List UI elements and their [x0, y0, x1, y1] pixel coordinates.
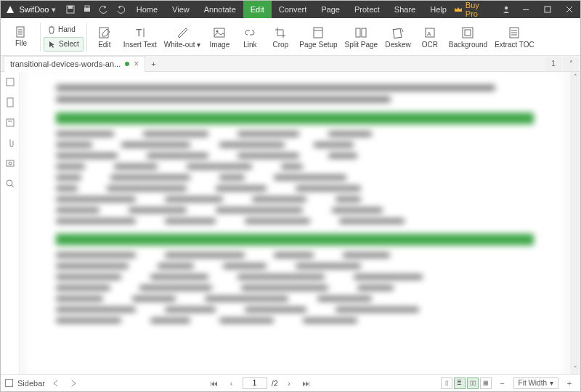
- new-tab-button[interactable]: +: [145, 60, 161, 68]
- ocr-icon: A: [423, 25, 436, 41]
- split-page-button[interactable]: Split Page: [342, 18, 381, 56]
- vertical-scrollbar[interactable]: ˄ ˅: [570, 72, 580, 374]
- tab-close-icon[interactable]: ×: [134, 59, 139, 69]
- chevron-up-icon: ˄: [569, 60, 573, 68]
- thumbnails-icon[interactable]: [4, 76, 16, 88]
- prev-page-button[interactable]: ‹: [225, 377, 238, 390]
- window-controls: [515, 1, 580, 18]
- next-page-button[interactable]: ›: [283, 377, 296, 390]
- tab-filename: transitional-devices-words-an...: [10, 60, 121, 68]
- svg-rect-31: [7, 119, 14, 126]
- page-number-input[interactable]: [243, 377, 267, 389]
- minimize-button[interactable]: [515, 1, 537, 18]
- sidebar-checkbox[interactable]: [5, 379, 13, 387]
- svg-point-34: [9, 162, 12, 165]
- svg-rect-33: [7, 160, 14, 166]
- file-label: File: [15, 39, 27, 47]
- hand-tool[interactable]: Hand: [44, 23, 84, 37]
- link-button[interactable]: Link: [235, 18, 264, 56]
- svg-rect-3: [85, 6, 89, 8]
- page-setup-icon: [312, 25, 325, 41]
- svg-rect-24: [465, 30, 471, 36]
- zoom-in-button[interactable]: +: [563, 377, 576, 390]
- maximize-button[interactable]: [537, 1, 558, 18]
- facing-view-button[interactable]: ▯▯: [467, 377, 479, 389]
- save-icon[interactable]: [62, 1, 78, 18]
- user-icon[interactable]: [498, 1, 515, 18]
- svg-line-36: [12, 185, 14, 187]
- svg-rect-29: [7, 78, 14, 86]
- svg-rect-5: [523, 9, 529, 10]
- last-page-button[interactable]: ⏭: [300, 377, 313, 390]
- redo-icon[interactable]: [113, 1, 129, 18]
- file-button[interactable]: File: [5, 18, 37, 56]
- menu-page[interactable]: Page: [314, 1, 347, 18]
- scroll-down-icon[interactable]: ˅: [570, 364, 580, 374]
- menu-convert[interactable]: Convert: [272, 1, 314, 18]
- next-view-button[interactable]: [67, 377, 80, 390]
- deskew-button[interactable]: Deskew: [382, 18, 414, 56]
- svg-rect-30: [7, 98, 13, 107]
- page-setup-button[interactable]: Page Setup: [296, 18, 340, 56]
- scroll-track[interactable]: [570, 82, 580, 364]
- split-page-icon: [354, 25, 367, 41]
- extract-toc-icon: [508, 25, 521, 41]
- tab-page-indicator[interactable]: 1: [545, 57, 561, 71]
- first-page-button[interactable]: ⏮: [208, 377, 221, 390]
- app-logo-icon: [5, 4, 16, 15]
- sidebar-label: Sidebar: [17, 379, 45, 388]
- chevron-down-icon: ▾: [550, 379, 553, 387]
- search-icon[interactable]: [4, 178, 16, 189]
- svg-point-35: [7, 180, 12, 186]
- edit-icon: [98, 25, 111, 41]
- menu-share[interactable]: Share: [387, 1, 423, 18]
- svg-text:T: T: [136, 27, 142, 38]
- prev-view-button[interactable]: [49, 377, 62, 390]
- crop-button[interactable]: Crop: [266, 18, 295, 56]
- buy-pro-label: Buy Pro: [466, 1, 492, 18]
- whiteout-button[interactable]: White-out ▾: [161, 18, 204, 56]
- svg-text:A: A: [427, 30, 431, 37]
- extract-toc-button[interactable]: Extract TOC: [492, 18, 537, 56]
- chevron-down-icon: ▾: [197, 41, 200, 49]
- svg-rect-1: [68, 6, 73, 9]
- document-tab[interactable]: transitional-devices-words-an... ×: [4, 56, 145, 72]
- annotations-icon[interactable]: [4, 117, 16, 128]
- menu-annotate[interactable]: Annotate: [197, 1, 243, 18]
- zoom-label: Fit Width: [519, 379, 547, 387]
- menu-home[interactable]: Home: [129, 1, 165, 18]
- collapse-ribbon-button[interactable]: ˄: [563, 57, 579, 71]
- zoom-out-button[interactable]: −: [496, 377, 509, 390]
- grid-view-button[interactable]: ▦: [480, 377, 492, 389]
- edit-button[interactable]: Edit: [90, 18, 119, 56]
- buy-pro-button[interactable]: Buy Pro: [454, 1, 492, 18]
- select-tool[interactable]: Select: [44, 37, 84, 52]
- menu-protect[interactable]: Protect: [347, 1, 387, 18]
- layers-icon[interactable]: [4, 158, 16, 169]
- scroll-up-icon[interactable]: ˄: [570, 72, 580, 82]
- menu-help[interactable]: Help: [423, 1, 454, 18]
- insert-text-button[interactable]: T Insert Text: [121, 18, 160, 56]
- whiteout-icon: [176, 25, 189, 41]
- image-button[interactable]: Image: [205, 18, 234, 56]
- crop-icon: [274, 25, 287, 41]
- edit-ribbon: File Hand Select Edit T Insert Text Whit…: [1, 18, 580, 56]
- menu-edit[interactable]: Edit: [243, 1, 272, 18]
- close-button[interactable]: [558, 1, 580, 18]
- select-label: Select: [59, 40, 79, 48]
- continuous-view-button[interactable]: ≣: [454, 377, 466, 389]
- svg-rect-6: [545, 7, 550, 12]
- hand-select-group: Hand Select: [44, 18, 84, 56]
- cursor-icon: [48, 40, 57, 49]
- zoom-level-select[interactable]: Fit Width ▾: [513, 377, 558, 389]
- bookmarks-icon[interactable]: [4, 97, 16, 108]
- undo-icon[interactable]: [96, 1, 113, 18]
- app-menu-chevron-icon[interactable]: ▾: [52, 5, 56, 15]
- background-button[interactable]: Background: [446, 18, 490, 56]
- attachments-icon[interactable]: [4, 137, 16, 149]
- print-icon[interactable]: [78, 1, 95, 18]
- document-viewport[interactable]: ˄ ˅: [20, 72, 580, 374]
- single-page-view-button[interactable]: ▯: [441, 377, 452, 389]
- menu-view[interactable]: View: [165, 1, 197, 18]
- ocr-button[interactable]: A OCR: [415, 18, 444, 56]
